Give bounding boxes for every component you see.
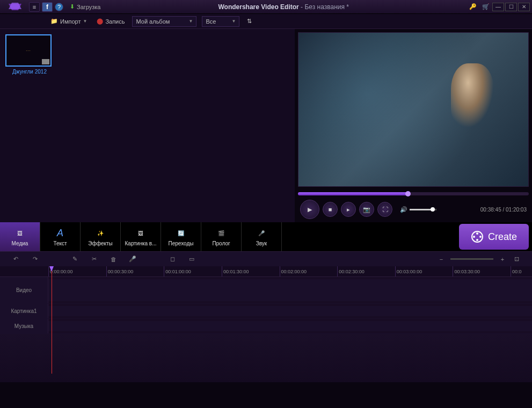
window-title: Wondershare Video Editor - Без названия … xyxy=(100,3,467,11)
player-controls: ▶ ■ ▸ 📷 ⛶ 🔊 00:38:45 / 01:20:03 xyxy=(298,200,529,219)
intro-icon: 🎬 xyxy=(214,228,229,239)
clip-name: Джунгли 2012 xyxy=(5,69,54,75)
sound-icon: 🎤 xyxy=(254,228,269,239)
help-icon[interactable]: ? xyxy=(55,3,63,11)
svg-point-6 xyxy=(473,236,475,238)
tab-effects[interactable]: ✨ Эффекты xyxy=(81,222,121,251)
media-icon: 🖼 xyxy=(12,228,27,239)
filter-dropdown[interactable]: Все▼ xyxy=(202,16,239,27)
voiceover-button[interactable]: 🎤 xyxy=(128,256,137,263)
tab-media[interactable]: 🖼 Медиа xyxy=(0,222,40,251)
category-tabs: 🖼 Медиа A Текст ✨ Эффекты 🖼 Картинка в..… xyxy=(0,222,532,251)
film-icon xyxy=(42,59,49,64)
reel-icon xyxy=(471,230,484,243)
ruler-mark: 00:02:00:00 xyxy=(280,266,338,276)
redo-button[interactable]: ↷ xyxy=(30,256,40,263)
timeline-tracks: Видео Картинка1 Музыка xyxy=(0,277,532,334)
transitions-icon: 🔄 xyxy=(173,228,188,239)
bottom-spacer xyxy=(0,334,532,382)
play-button[interactable]: ▶ xyxy=(300,200,319,219)
pip-icon: 🖼 xyxy=(133,228,148,239)
app-logo xyxy=(2,1,28,13)
snapshot-button[interactable]: 📷 xyxy=(359,202,374,217)
tab-sound[interactable]: 🎤 Звук xyxy=(242,222,282,251)
edit-button[interactable]: ✎ xyxy=(70,256,79,263)
progress-bar[interactable] xyxy=(298,192,529,195)
tab-transitions[interactable]: 🔄 Переходы xyxy=(161,222,201,251)
download-button[interactable]: ⬇ Загрузка xyxy=(70,3,100,10)
chevron-down-icon: ▼ xyxy=(83,19,87,24)
ruler-mark: 00:01:30:00 xyxy=(222,266,280,276)
menu-icon[interactable]: ≡ xyxy=(29,2,40,12)
undo-button[interactable]: ↶ xyxy=(11,256,20,263)
track-content[interactable] xyxy=(48,321,532,331)
sort-button[interactable]: ⇅ xyxy=(245,17,254,26)
tab-text[interactable]: A Текст xyxy=(40,222,81,251)
timeline-ruler[interactable]: 0:00:00:00 00:00:30:00 00:01:00:00 00:01… xyxy=(0,266,532,277)
effects-icon: ✨ xyxy=(93,228,108,239)
video-track[interactable]: Видео xyxy=(0,277,532,304)
delete-button[interactable]: 🗑 xyxy=(108,256,118,263)
track-label: Видео xyxy=(0,277,48,303)
zoom-in-button[interactable]: + xyxy=(498,256,507,263)
track-label: Картинка1 xyxy=(0,304,48,318)
progress-fill xyxy=(298,192,409,195)
ruler-mark: 0:00:00:00 xyxy=(48,266,106,276)
media-library: Джунгли 2012 xyxy=(0,29,295,222)
ruler-mark: 00:0 xyxy=(511,266,532,276)
aspect-button[interactable]: ▭ xyxy=(187,256,196,263)
record-icon: ⬤ xyxy=(97,18,103,25)
music-track[interactable]: Музыка xyxy=(0,319,532,334)
svg-point-3 xyxy=(476,232,478,235)
key-icon[interactable]: 🔑 xyxy=(468,2,478,12)
track-content[interactable] xyxy=(48,306,532,316)
minimize-button[interactable]: — xyxy=(492,3,504,11)
facebook-icon[interactable]: f xyxy=(42,2,53,12)
media-clip[interactable]: Джунгли 2012 xyxy=(5,34,54,75)
cart-icon[interactable]: 🛒 xyxy=(480,2,491,12)
close-button[interactable]: ✕ xyxy=(518,3,530,11)
timeline-toolbar: ↶ ↷ ✎ ✂ 🗑 🎤 ◻ ▭ − + ⊡ xyxy=(0,251,532,266)
main-area: Джунгли 2012 ▶ ■ ▸ 📷 ⛶ 🔊 00:38:45 / 01:2… xyxy=(0,29,532,222)
record-button[interactable]: ⬤ Запись xyxy=(94,17,127,26)
import-toolbar: 📁 Импорт ▼ ⬤ Запись Мой альбом▼ Все▼ ⇅ xyxy=(0,14,532,29)
crop-button[interactable]: ◻ xyxy=(167,256,177,263)
step-button[interactable]: ▸ xyxy=(341,202,356,217)
svg-point-4 xyxy=(479,236,482,238)
zoom-out-button[interactable]: − xyxy=(436,256,446,263)
cut-button[interactable]: ✂ xyxy=(89,256,99,263)
folder-icon: 📁 xyxy=(50,18,58,25)
svg-marker-1 xyxy=(9,3,21,9)
ruler-mark: 00:00:30:00 xyxy=(106,266,164,276)
zoom-slider[interactable] xyxy=(450,258,493,260)
import-button[interactable]: 📁 Импорт ▼ xyxy=(48,17,89,26)
volume-control[interactable]: 🔊 xyxy=(400,206,436,213)
stop-button[interactable]: ■ xyxy=(323,202,338,217)
maximize-button[interactable]: ☐ xyxy=(505,3,517,11)
clip-thumbnail xyxy=(5,34,52,67)
download-arrow-icon: ⬇ xyxy=(70,3,75,10)
fullscreen-button[interactable]: ⛶ xyxy=(377,202,392,217)
track-content[interactable] xyxy=(48,279,532,301)
pip-track[interactable]: Картинка1 xyxy=(0,304,532,319)
zoom-control: − + ⊡ xyxy=(436,256,521,263)
track-label: Музыка xyxy=(0,319,48,333)
svg-point-5 xyxy=(476,239,478,241)
ruler-mark: 00:02:30:00 xyxy=(337,266,395,276)
text-icon: A xyxy=(53,228,68,239)
title-bar: ≡ f ? ⬇ Загрузка Wondershare Video Edito… xyxy=(0,0,532,14)
create-button[interactable]: Create xyxy=(459,224,529,250)
preview-panel: ▶ ■ ▸ 📷 ⛶ 🔊 00:38:45 / 01:20:03 xyxy=(295,29,532,222)
preview-screen[interactable] xyxy=(298,32,529,187)
zoom-fit-button[interactable]: ⊡ xyxy=(512,256,521,263)
playhead[interactable] xyxy=(52,266,52,374)
album-dropdown[interactable]: Мой альбом▼ xyxy=(132,16,196,27)
ruler-mark: 00:03:00:00 xyxy=(395,266,453,276)
speaker-icon: 🔊 xyxy=(400,206,407,213)
tab-intro[interactable]: 🎬 Пролог xyxy=(201,222,242,251)
ruler-mark: 00:03:30:00 xyxy=(453,266,511,276)
time-display: 00:38:45 / 01:20:03 xyxy=(480,207,527,213)
tab-pip[interactable]: 🖼 Картинка в... xyxy=(121,222,161,251)
ruler-mark: 00:01:00:00 xyxy=(164,266,222,276)
